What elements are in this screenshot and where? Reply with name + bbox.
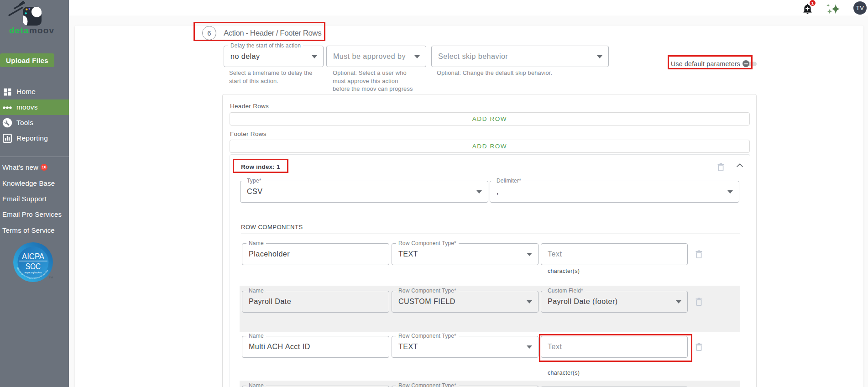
svg-text:aicpa.org/soc4so: aicpa.org/soc4so: [25, 271, 42, 274]
svg-text:SOC: SOC: [26, 261, 41, 271]
svg-text:AICPA: AICPA: [22, 252, 44, 261]
